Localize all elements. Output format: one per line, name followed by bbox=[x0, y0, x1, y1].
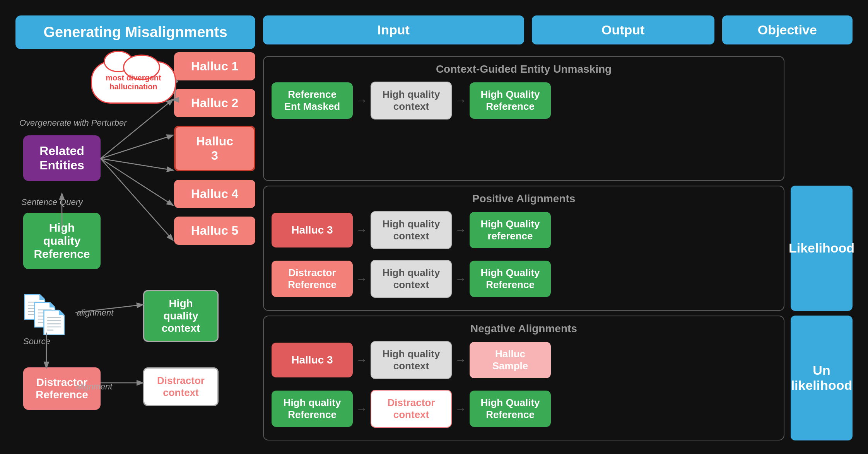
header-input: Input bbox=[263, 15, 524, 44]
document-icon-3: 📄 bbox=[39, 309, 68, 336]
halluc3-s2r1: Halluc 3 bbox=[272, 213, 353, 247]
hq-ref-s3r2: High qualityReference bbox=[272, 391, 353, 427]
right-headers: Input Output Objective bbox=[263, 15, 853, 44]
unlikelihood-objective: Un likelihood bbox=[791, 316, 853, 440]
distractor-context: Distractorcontext bbox=[143, 367, 219, 406]
arrow-s3r1b: → bbox=[455, 353, 466, 367]
ref-ent-masked: ReferenceEnt Masked bbox=[272, 82, 353, 119]
svg-line-5 bbox=[101, 159, 173, 170]
halluc-group: Halluc 1 Halluc 2 Halluc 3 Halluc 4 Hall… bbox=[174, 52, 255, 245]
alignment-label-2: alignment bbox=[75, 382, 112, 392]
arrow-s2r2b: → bbox=[455, 272, 466, 285]
section-context-guided: Context-Guided Entity Unmasking Referenc… bbox=[263, 56, 853, 181]
related-entities: RelatedEntities bbox=[23, 135, 101, 181]
right-panel: Input Output Objective Context-Guided En… bbox=[263, 15, 853, 439]
halluc-box-2: Halluc 2 bbox=[174, 89, 255, 117]
sentence-query-label: Sentence Query bbox=[21, 197, 83, 207]
hq-ref-s2r1: High Qualityreference bbox=[470, 212, 551, 248]
section2-title: Positive Alignments bbox=[272, 193, 776, 205]
distractor-context-s3r2: Distractorcontext bbox=[371, 390, 452, 428]
halluc-box-1: Halluc 1 bbox=[174, 52, 255, 80]
svg-line-3 bbox=[101, 100, 173, 159]
section3-rows: Halluc 3 → High qualitycontext → HallucS… bbox=[272, 341, 776, 433]
section-positive: Positive Alignments Halluc 3 → High qual… bbox=[263, 186, 853, 311]
hq-ref2-s3r2: High QualityReference bbox=[470, 391, 551, 427]
halluc3-s3r1: Halluc 3 bbox=[272, 343, 353, 377]
arrow-s3r2b: → bbox=[455, 402, 466, 415]
halluc-box-5: Halluc 5 bbox=[174, 217, 255, 245]
section1-title: Context-Guided Entity Unmasking bbox=[272, 63, 776, 75]
left-panel: Generating Misalignments most divergenth… bbox=[15, 15, 255, 439]
cloud-text: most divergenthallucination bbox=[106, 73, 161, 91]
halluc-sample-s3r1: HallucSample bbox=[470, 342, 551, 378]
halluc-box-3: Halluc 3 bbox=[174, 126, 255, 171]
svg-line-6 bbox=[101, 159, 173, 205]
section2-row2: DistractorReference → High qualitycontex… bbox=[272, 260, 776, 298]
section3-row2: High qualityReference → Distractorcontex… bbox=[272, 390, 776, 428]
alignment-label-1: alignment bbox=[77, 308, 113, 318]
hq-context-s2r2: High qualitycontext bbox=[371, 260, 452, 298]
arrow2: → bbox=[455, 94, 466, 107]
section1-objective bbox=[791, 56, 853, 181]
halluc-box-4: Halluc 4 bbox=[174, 180, 255, 208]
arrow-s3r2a: → bbox=[356, 402, 367, 415]
overgenerate-label: Overgenerate with Perturber bbox=[19, 118, 127, 128]
section1-rows: ReferenceEnt Masked → High qualitycontex… bbox=[272, 82, 776, 125]
source-label: Source bbox=[23, 336, 50, 346]
section1-content: Context-Guided Entity Unmasking Referenc… bbox=[263, 56, 784, 181]
section1-row1: ReferenceEnt Masked → High qualitycontex… bbox=[272, 82, 776, 119]
hq-context-s2r1: High qualitycontext bbox=[371, 211, 452, 249]
header-output: Output bbox=[532, 15, 714, 44]
hq-ref-s2r2: High QualityReference bbox=[470, 261, 551, 297]
section2-objective: Likelihood bbox=[791, 186, 853, 311]
section3-title: Negative Alignments bbox=[272, 323, 776, 335]
arrow-s3r1a: → bbox=[356, 353, 367, 367]
likelihood-objective: Likelihood bbox=[791, 186, 853, 311]
section3-objective: Un likelihood bbox=[791, 316, 853, 440]
arrow-s2r1b: → bbox=[455, 224, 466, 237]
hq-context-s3r1: High qualitycontext bbox=[371, 341, 452, 379]
section3-row1: Halluc 3 → High qualitycontext → HallucS… bbox=[272, 341, 776, 379]
arrow-s2r2a: → bbox=[356, 272, 367, 285]
section2-rows: Halluc 3 → High qualitycontext → High Qu… bbox=[272, 211, 776, 303]
hq-context-s1: High qualitycontext bbox=[371, 82, 452, 119]
section2-content: Positive Alignments Halluc 3 → High qual… bbox=[263, 186, 784, 311]
cloud-box: most divergenthallucination bbox=[91, 61, 176, 104]
three-sections: Context-Guided Entity Unmasking Referenc… bbox=[263, 56, 853, 440]
svg-line-4 bbox=[101, 135, 173, 159]
arrow1: → bbox=[356, 94, 367, 107]
arrow-s2r1a: → bbox=[356, 224, 367, 237]
distractor-ref-s2r2: DistractorReference bbox=[272, 261, 353, 297]
section-negative: Negative Alignments Halluc 3 → High qual… bbox=[263, 316, 853, 440]
svg-line-7 bbox=[101, 159, 173, 240]
header-objective: Objective bbox=[722, 15, 853, 44]
left-header: Generating Misalignments bbox=[15, 15, 255, 49]
section2-row1: Halluc 3 → High qualitycontext → High Qu… bbox=[272, 211, 776, 249]
hq-reference-left: High qualityReference bbox=[23, 213, 101, 269]
hq-ref-s1: High QualityReference bbox=[470, 82, 551, 119]
hq-context-left: High qualitycontext bbox=[143, 290, 219, 342]
section3-content: Negative Alignments Halluc 3 → High qual… bbox=[263, 316, 784, 440]
